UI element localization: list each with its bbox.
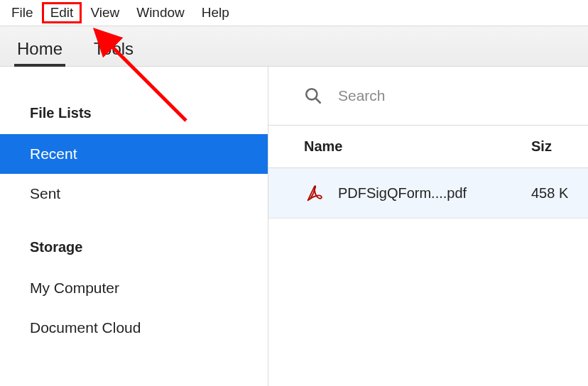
- search-row: [268, 67, 588, 126]
- menu-edit[interactable]: Edit: [42, 2, 82, 23]
- menu-file[interactable]: File: [3, 2, 42, 23]
- main-pane: Name Siz PDFSigQForm....pdf 458 K: [268, 67, 588, 386]
- pdf-icon: [304, 182, 325, 204]
- file-size: 458 K: [531, 185, 588, 202]
- file-name-cell: PDFSigQForm....pdf: [304, 182, 531, 204]
- sidebar-item-my-computer[interactable]: My Computer: [0, 268, 268, 308]
- sidebar-header-storage: Storage: [0, 233, 268, 268]
- tab-tools[interactable]: Tools: [91, 31, 136, 66]
- col-header-size[interactable]: Siz: [531, 138, 588, 155]
- sidebar-item-recent[interactable]: Recent: [0, 134, 268, 174]
- tabbar: Home Tools: [0, 26, 588, 67]
- col-header-name[interactable]: Name: [304, 138, 531, 155]
- sidebar-item-sent[interactable]: Sent: [0, 174, 268, 214]
- search-input[interactable]: [338, 87, 508, 104]
- tab-home[interactable]: Home: [14, 31, 65, 66]
- menu-window[interactable]: Window: [128, 2, 193, 23]
- table-row[interactable]: PDFSigQForm....pdf 458 K: [268, 168, 588, 219]
- search-icon: [304, 87, 322, 105]
- file-name: PDFSigQForm....pdf: [338, 185, 467, 202]
- menu-help[interactable]: Help: [193, 2, 238, 23]
- svg-line-1: [315, 98, 320, 102]
- sidebar: File Lists Recent Sent Storage My Comput…: [0, 67, 268, 386]
- menu-view[interactable]: View: [82, 2, 128, 23]
- table-header-row: Name Siz: [268, 126, 588, 168]
- menubar: File Edit View Window Help: [0, 0, 588, 26]
- sidebar-item-document-cloud[interactable]: Document Cloud: [0, 308, 268, 348]
- sidebar-header-file-lists: File Lists: [0, 99, 268, 134]
- content-area: File Lists Recent Sent Storage My Comput…: [0, 67, 588, 386]
